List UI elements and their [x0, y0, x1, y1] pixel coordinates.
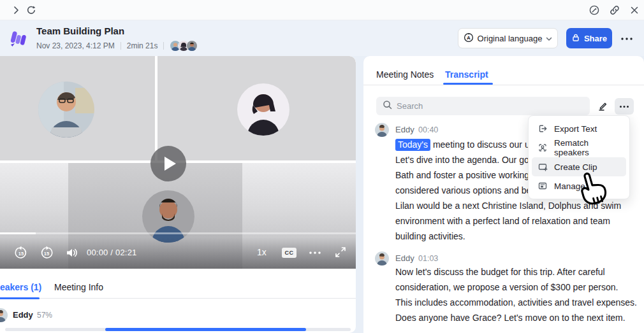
divider [163, 42, 164, 50]
video-player[interactable]: 15 15 00:00 / 02:21 1x CC [0, 56, 356, 269]
svg-text:A: A [467, 35, 471, 41]
rewind-15-button[interactable]: 15 [14, 246, 28, 260]
document-header: Team Building Plan Nov 23, 2023, 4:12 PM… [0, 20, 644, 56]
active-tab-indicator [0, 297, 40, 299]
hand-cursor-icon [571, 169, 611, 209]
header-more-button[interactable] [618, 33, 635, 45]
search-input[interactable] [397, 101, 583, 111]
share-button[interactable]: Share [566, 28, 612, 48]
copy-link-icon[interactable] [609, 4, 620, 16]
recording-card: 15 15 00:00 / 02:21 1x CC Speakers (1) [0, 56, 356, 333]
transcript-speaker-name[interactable]: Eddy [395, 125, 414, 134]
forward-15-button[interactable]: 15 [40, 246, 54, 260]
page-title: Team Building Plan [36, 25, 124, 36]
menu-item-label: Export Text [554, 124, 597, 134]
seek-bar-played [0, 232, 36, 234]
search-icon [383, 100, 392, 112]
speaker-name[interactable]: Eddy [13, 310, 33, 320]
menu-item-export-text[interactable]: Export Text [532, 119, 626, 138]
minutes-logo-icon [8, 27, 29, 49]
left-tab-bar: Speakers (1) Meeting Info [0, 278, 356, 299]
browser-top-bar [0, 0, 644, 20]
edit-transcript-icon[interactable] [597, 100, 608, 111]
playback-speed-button[interactable]: 1x [257, 247, 267, 257]
tab-meeting-notes[interactable]: Meeting Notes [376, 69, 434, 80]
forward-icon[interactable] [10, 4, 22, 16]
svg-text:15: 15 [44, 251, 49, 257]
transcript-timestamp[interactable]: 00:40 [418, 125, 438, 134]
meeting-date: Nov 23, 2023, 4:12 PM [36, 41, 115, 50]
export-icon [538, 124, 548, 134]
speaker-avatar [0, 308, 8, 322]
cc-icon: CC [282, 248, 296, 258]
menu-item-rematch-speakers[interactable]: Rematch speakers [532, 138, 626, 157]
transcript-text[interactable]: Now let's discuss the budget for this tr… [395, 264, 637, 280]
share-button-label: Share [584, 34, 607, 43]
create-clip-icon [538, 162, 548, 172]
avatar [186, 40, 198, 52]
close-icon[interactable] [629, 4, 640, 16]
time-display: 00:00 / 02:21 [87, 248, 137, 257]
language-select-label: Original language [478, 34, 543, 43]
tab-divider [363, 85, 644, 85]
speaker-talk-percent: 57% [37, 311, 52, 320]
transcript-speaker-name[interactable]: Eddy [395, 253, 414, 263]
participant-1-avatar [38, 81, 94, 138]
svg-text:15: 15 [18, 251, 24, 257]
translate-icon: A [464, 32, 474, 45]
open-in-app-icon[interactable] [589, 4, 600, 16]
playback-highlight-word[interactable]: Today's [395, 139, 430, 151]
speaker-avatar [375, 252, 389, 266]
transcript-timestamp[interactable]: 01:03 [418, 254, 438, 263]
participant-3-avatar [142, 190, 194, 243]
language-select-button[interactable]: A Original language [458, 28, 558, 48]
transcript-lines: Now let's discuss the budget for this tr… [395, 264, 637, 280]
tab-meeting-info[interactable]: Meeting Info [54, 282, 103, 292]
speaker-timeline-bar[interactable] [5, 328, 351, 331]
fullscreen-button[interactable] [334, 246, 347, 259]
speaker-avatar [375, 123, 389, 137]
refresh-icon[interactable] [26, 4, 37, 16]
participant-2-avatar [237, 83, 289, 136]
meeting-duration: 2min 21s [127, 41, 158, 50]
tab-transcript[interactable]: Transcript [445, 69, 488, 80]
search-bar[interactable] [376, 97, 590, 115]
manage-clips-icon [538, 181, 548, 191]
video-control-bar: 15 15 00:00 / 02:21 1x CC [0, 237, 356, 269]
play-icon [165, 157, 176, 171]
seek-bar[interactable] [0, 232, 356, 234]
tab-divider [0, 298, 356, 299]
rematch-speakers-icon [538, 143, 548, 153]
video-more-button[interactable] [308, 251, 322, 255]
volume-button[interactable] [65, 246, 78, 259]
menu-item-label: Rematch speakers [554, 138, 620, 157]
play-button[interactable] [150, 146, 186, 181]
chevron-down-icon [546, 34, 552, 43]
meeting-meta: Nov 23, 2023, 4:12 PM 2min 21s [36, 40, 198, 52]
tab-speakers[interactable]: Speakers (1) [0, 282, 41, 292]
divider [121, 42, 121, 50]
lock-icon [571, 33, 580, 44]
participant-avatars[interactable] [170, 40, 198, 52]
captions-button[interactable]: CC [282, 248, 296, 258]
speaker-timeline-segment [105, 328, 305, 331]
transcript-more-button[interactable] [615, 98, 634, 115]
